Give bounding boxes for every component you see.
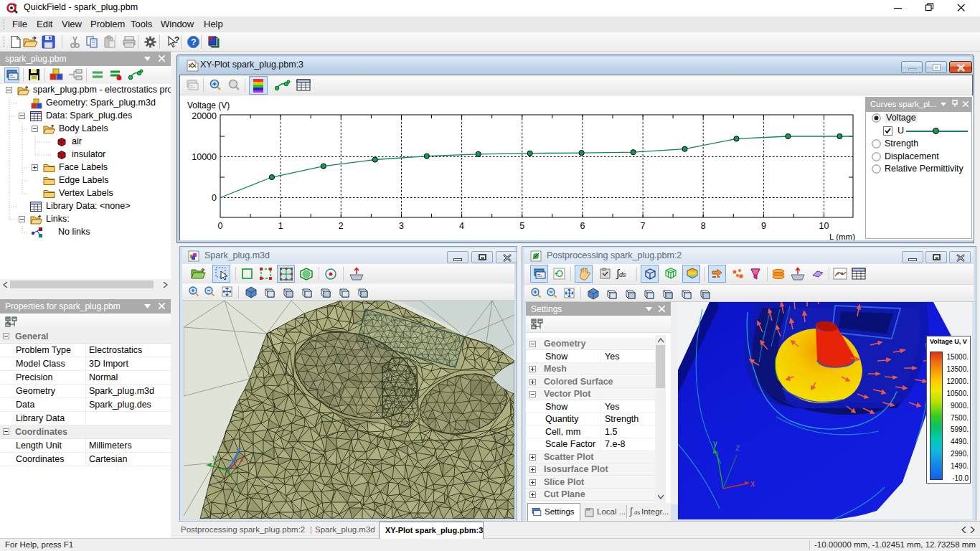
svg-text:1: 1: [278, 221, 283, 231]
svg-text:2: 2: [339, 221, 344, 231]
svg-text:X: X: [240, 456, 244, 463]
svg-text:0: 0: [212, 193, 217, 203]
svg-text:y: y: [713, 438, 717, 448]
svg-text:7: 7: [641, 221, 646, 231]
svg-text:4: 4: [459, 221, 464, 231]
svg-text:x: x: [750, 479, 755, 489]
svg-text:6: 6: [580, 221, 585, 231]
svg-text:L (mm): L (mm): [829, 232, 855, 240]
svg-text:3: 3: [399, 221, 404, 231]
svg-text:z: z: [735, 442, 740, 453]
svg-text:10: 10: [819, 221, 829, 231]
svg-text:9: 9: [761, 221, 766, 231]
svg-text:?: ?: [174, 35, 179, 45]
svg-text:20000: 20000: [192, 111, 217, 121]
svg-text:10000: 10000: [192, 152, 217, 162]
svg-text:0: 0: [218, 221, 223, 231]
svg-text:?: ?: [191, 37, 197, 47]
svg-text:8: 8: [701, 221, 706, 231]
svg-text:5: 5: [519, 221, 524, 231]
svg-text:Voltage (V): Voltage (V): [187, 100, 230, 110]
